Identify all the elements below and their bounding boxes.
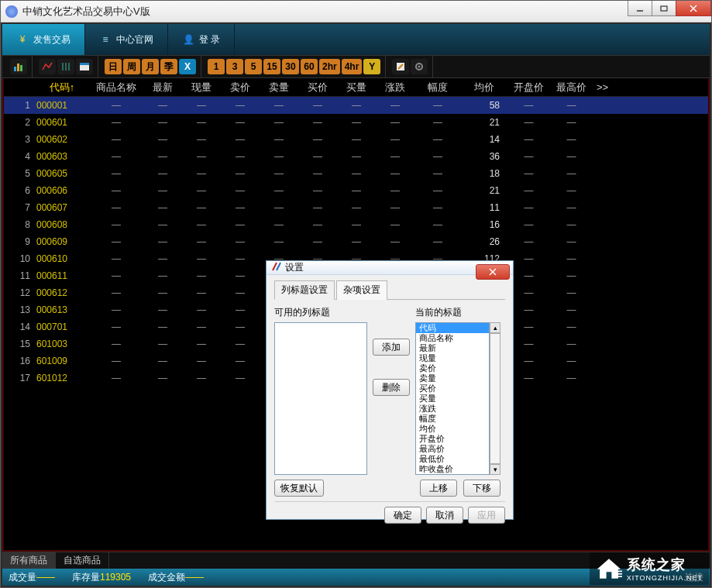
top-tab-1[interactable]: ≡中心官网 [85,24,168,55]
table-row[interactable]: 4000603—————————36—— [4,148,708,165]
available-listbox[interactable] [274,322,367,475]
list-item[interactable]: 买量 [416,394,489,404]
period-btn-周[interactable]: 周 [123,59,140,74]
col-header[interactable]: 现量 [182,81,221,95]
app-icon [5,5,18,18]
col-header[interactable]: >> [593,81,612,93]
table-row[interactable]: 6000606—————————21—— [4,182,708,199]
svg-rect-5 [17,64,19,71]
interval-btn-30[interactable]: 30 [282,59,299,74]
scrollbar[interactable]: ▴▾ [490,322,500,475]
svg-rect-23 [615,571,622,573]
dialog-tab-1[interactable]: 杂项设置 [336,280,387,300]
list-item[interactable]: 涨跌 [416,404,489,414]
close-button[interactable] [676,1,711,16]
list-item[interactable]: 商品名称 [416,333,489,343]
list-item[interactable]: 开盘价 [416,434,489,444]
col-header[interactable]: 均价 [461,81,507,95]
apply-button[interactable]: 应用 [468,507,505,524]
table-row[interactable]: 3000602—————————14—— [4,131,708,148]
calendar-icon[interactable] [76,59,93,74]
col-header[interactable]: 开盘价 [507,81,550,95]
col-header[interactable]: 最高价 [550,81,593,95]
table-row[interactable]: 2000601—————————21—— [4,114,708,131]
col-header[interactable]: 卖价 [221,81,260,95]
line-chart-icon[interactable] [39,59,56,74]
maximize-button[interactable] [652,1,676,16]
table-row[interactable]: 1000001—————————58—— [4,97,708,114]
table-row[interactable]: 8000608—————————16—— [4,216,708,233]
svg-rect-6 [20,65,22,71]
edit-icon[interactable] [392,59,409,74]
col-header[interactable]: 买量 [337,81,376,95]
interval-btn-1[interactable]: 1 [208,59,225,74]
ok-button[interactable]: 确定 [384,507,421,524]
bottom-tab-1[interactable]: 自选商品 [56,552,109,569]
gear-icon[interactable] [411,59,428,74]
col-header[interactable]: 代码↑ [35,81,89,95]
interval-btn-60[interactable]: 60 [301,59,318,74]
col-header[interactable]: 涨跌 [376,81,414,95]
add-button[interactable]: 添加 [373,339,410,356]
svg-rect-21 [615,576,622,577]
svg-line-17 [277,263,280,270]
list-item[interactable]: 最新 [416,343,489,353]
interval-btn-4hr[interactable]: 4hr [342,59,363,74]
table-row[interactable]: 7000607—————————11—— [4,199,708,216]
table-row[interactable]: 9000609—————————26—— [4,233,708,250]
period-btn-季[interactable]: 季 [160,59,177,74]
remove-button[interactable]: 删除 [373,379,410,396]
list-item[interactable]: 幅度 [416,414,489,424]
col-header[interactable]: 最新 [143,81,182,95]
move-down-button[interactable]: 下移 [463,480,500,497]
cancel-button[interactable]: 取消 [426,507,463,524]
col-header[interactable]: 幅度 [414,81,461,95]
period-btn-日[interactable]: 日 [105,59,122,74]
interval-btn-15[interactable]: 15 [263,59,280,74]
dialog-tab-0[interactable]: 列标题设置 [274,280,335,300]
list-item[interactable]: 均价 [416,424,489,434]
bottom-tab-0[interactable]: 所有商品 [2,552,56,569]
dialog-close-button[interactable] [476,264,510,280]
amount-label: 成交金额 [148,572,185,583]
interval-btn-5[interactable]: 5 [245,59,262,74]
interval-btn-2hr[interactable]: 2hr [319,59,340,74]
tab-icon: 👤 [182,33,194,46]
list-item[interactable]: 卖量 [416,373,489,383]
stock-label: 库存量 [72,572,100,583]
col-header[interactable]: 卖量 [260,81,298,95]
current-label: 当前的标题 [415,306,500,319]
top-tab-0[interactable]: ¥发售交易 [2,24,85,55]
candlestick-icon[interactable] [57,59,74,74]
list-item[interactable]: 最高价 [416,444,489,454]
list-item[interactable]: 卖价 [416,363,489,373]
period-btn-月[interactable]: 月 [142,59,159,74]
window-titlebar[interactable]: 中销文化艺术品交易中心V版 [1,1,711,22]
col-header[interactable]: 买价 [298,81,337,95]
minimize-button[interactable] [628,1,652,16]
toolbar: 日周月季X 1351530602hr4hrY [2,55,710,78]
interval-btn-Y[interactable]: Y [363,59,380,74]
period-btn-X[interactable]: X [179,59,196,74]
bar-chart-icon[interactable] [10,59,27,74]
list-item[interactable]: 现量 [416,353,489,363]
move-up-button[interactable]: 上移 [420,480,457,497]
table-header[interactable]: 代码↑商品名称最新现量卖价卖量买价买量涨跌幅度均价开盘价最高价>> [4,78,708,97]
restore-defaults-button[interactable]: 恢复默认 [274,480,324,497]
volume-label: 成交量 [9,572,36,583]
col-header[interactable]: 商品名称 [89,81,143,95]
top-tab-2[interactable]: 👤登 录 [168,24,235,55]
watermark: 系统之家 XITONGZHIJIA.NET [590,552,709,585]
list-item[interactable]: 最低价 [416,454,489,464]
svg-line-16 [273,263,277,270]
dialog-titlebar[interactable]: 设置 [267,261,513,275]
list-item[interactable]: 昨收盘价 [416,464,489,474]
current-listbox[interactable]: 代码商品名称最新现量卖价卖量买价买量涨跌幅度均价开盘价最高价最低价昨收盘价 [415,322,490,475]
list-item[interactable]: 买价 [416,383,489,394]
list-item[interactable]: 代码 [416,323,489,333]
svg-rect-11 [80,63,89,65]
app-area: ¥发售交易≡中心官网👤登 录 日周月季X 1351530602hr4hrY 代码… [1,22,711,587]
table-row[interactable]: 5000605—————————18—— [4,165,708,182]
interval-btn-3[interactable]: 3 [226,59,243,74]
dialog-icon [271,261,282,274]
